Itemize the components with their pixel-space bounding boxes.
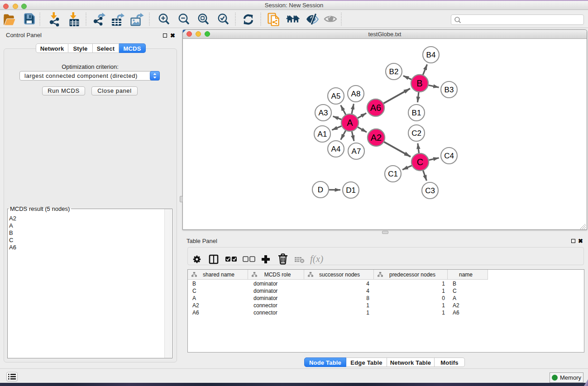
svg-text:A5: A5 bbox=[331, 92, 341, 100]
svg-text:dominator: dominator bbox=[253, 295, 277, 301]
svg-text:0: 0 bbox=[442, 295, 445, 301]
svg-text:successor nodes: successor nodes bbox=[319, 272, 360, 278]
svg-text:D1: D1 bbox=[346, 186, 356, 195]
svg-text:A3: A3 bbox=[319, 109, 328, 117]
svg-text:4: 4 bbox=[366, 281, 369, 287]
svg-text:A6: A6 bbox=[453, 310, 459, 316]
svg-text:1: 1 bbox=[442, 288, 445, 294]
svg-text:A: A bbox=[347, 118, 353, 128]
svg-text:1: 1 bbox=[366, 302, 369, 309]
svg-text:C4: C4 bbox=[444, 152, 454, 160]
svg-text:f(x): f(x) bbox=[310, 253, 323, 264]
svg-text:1: 1 bbox=[442, 302, 445, 309]
svg-text:B1: B1 bbox=[412, 109, 421, 117]
svg-text:C: C bbox=[192, 288, 196, 294]
svg-text:A: A bbox=[192, 295, 196, 301]
svg-text:B: B bbox=[453, 281, 456, 287]
svg-text:connector: connector bbox=[253, 310, 277, 316]
svg-text:C: C bbox=[453, 288, 457, 294]
svg-text:A8: A8 bbox=[351, 90, 361, 98]
svg-text:B: B bbox=[416, 78, 422, 88]
svg-text:A4: A4 bbox=[331, 145, 341, 153]
svg-text:B: B bbox=[192, 281, 196, 287]
svg-text:A2: A2 bbox=[371, 133, 382, 143]
svg-text:predecessor nodes: predecessor nodes bbox=[389, 272, 435, 278]
svg-text:C1: C1 bbox=[388, 170, 398, 178]
svg-text:C: C bbox=[417, 157, 423, 167]
svg-text:C2: C2 bbox=[411, 129, 421, 138]
svg-text:4: 4 bbox=[366, 288, 369, 294]
svg-text:shared name: shared name bbox=[203, 272, 234, 278]
svg-text:A1: A1 bbox=[318, 130, 327, 138]
svg-text:A: A bbox=[453, 295, 456, 301]
svg-text:B3: B3 bbox=[445, 86, 454, 94]
svg-text:dominator: dominator bbox=[253, 288, 277, 294]
svg-text:D: D bbox=[318, 186, 323, 194]
svg-text:connector: connector bbox=[253, 302, 277, 309]
svg-text:MCDS role: MCDS role bbox=[264, 272, 291, 278]
svg-text:name: name bbox=[459, 272, 473, 278]
svg-text:A2: A2 bbox=[453, 302, 459, 309]
svg-text:B2: B2 bbox=[389, 67, 399, 76]
svg-text:A7: A7 bbox=[352, 147, 361, 156]
svg-text:8: 8 bbox=[366, 295, 369, 301]
svg-text:1: 1 bbox=[442, 310, 445, 316]
svg-text:C3: C3 bbox=[425, 186, 435, 195]
svg-text:dominator: dominator bbox=[253, 281, 277, 287]
svg-text:B4: B4 bbox=[426, 51, 436, 59]
svg-text:A2: A2 bbox=[192, 302, 199, 309]
svg-text:1: 1 bbox=[442, 281, 445, 287]
svg-text:1: 1 bbox=[366, 310, 369, 316]
svg-text:A6: A6 bbox=[370, 103, 381, 113]
svg-text:A6: A6 bbox=[192, 310, 199, 316]
